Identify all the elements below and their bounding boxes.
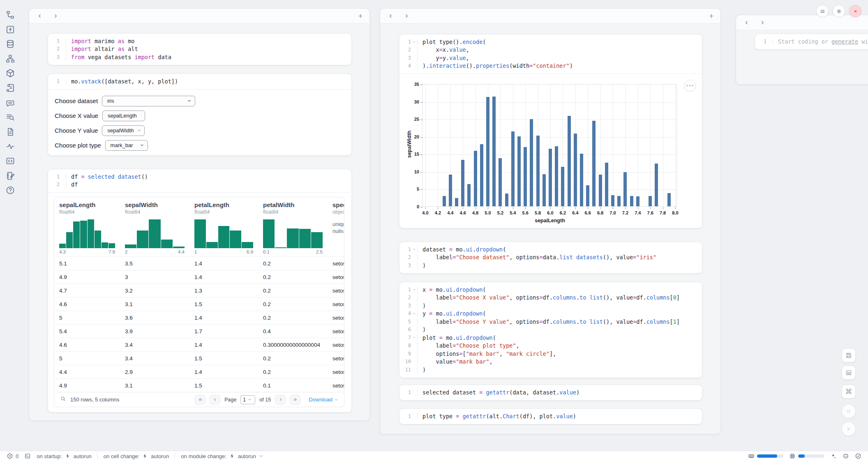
tracing-icon[interactable] — [5, 141, 15, 151]
cell-selected-dataset[interactable]: 1selected_dataset = getattr(data, datase… — [399, 385, 702, 401]
variables-icon[interactable] — [5, 25, 15, 35]
code-line[interactable]: 2 label="Choose X value", options=df.col… — [399, 294, 702, 302]
chart-menu-button[interactable]: ●●● — [684, 80, 696, 91]
next-page-button[interactable] — [275, 395, 286, 405]
choose-dataset-dropdown[interactable]: iris — [102, 96, 195, 106]
column-header-petalWidth[interactable]: petalWidthfloat640.12.5 — [258, 197, 328, 256]
add-cell-icon[interactable] — [356, 12, 365, 20]
menu-button[interactable] — [816, 5, 829, 17]
documentation-icon[interactable] — [5, 83, 15, 93]
code-line[interactable]: 2df — [48, 181, 351, 189]
table-row[interactable]: 4.93.11.50.1setosa — [54, 378, 344, 392]
search-icon[interactable] — [60, 396, 66, 403]
chat-icon[interactable] — [5, 98, 15, 108]
table-row[interactable]: 53.41.50.2setosa — [54, 351, 344, 365]
column-header-sepalLength[interactable]: sepalLengthfloat644.37.9 — [54, 197, 120, 256]
cell-plot[interactable]: 1plot_type().encode(2 x=x.value,3 y=y.va… — [399, 34, 702, 228]
datasources-icon[interactable] — [5, 39, 15, 49]
code-line[interactable]: 1selected_dataset = getattr(data, datase… — [399, 388, 702, 396]
chevron-left-icon[interactable] — [36, 12, 44, 20]
table-row[interactable]: 4.63.11.50.2setosa — [54, 297, 344, 311]
code-line[interactable]: 2import altair as alt — [48, 45, 351, 53]
fold-chevron-icon[interactable] — [411, 288, 417, 291]
on-module-change-setting[interactable]: on module change: autorun — [181, 453, 263, 459]
table-row[interactable]: 4.63.41.40.30000000000000004setosa — [54, 338, 344, 351]
chevron-right-icon[interactable] — [51, 12, 60, 20]
code-line[interactable]: 11) — [399, 366, 702, 374]
table-row[interactable]: 4.73.21.30.2setosa — [54, 284, 344, 297]
chevron-left-icon[interactable] — [743, 18, 751, 27]
table-row[interactable]: 4.42.91.40.2setosa — [54, 365, 344, 378]
code-line[interactable]: 1import marimo as mo — [48, 37, 351, 45]
code-line[interactable]: 1plot_type = getattr(alt.Chart(df), plot… — [399, 412, 702, 420]
table-row[interactable]: 4.931.40.2setosa — [54, 270, 344, 284]
code-line[interactable]: 5 label="Choose Y value", options=df.col… — [399, 318, 702, 326]
outline-icon[interactable] — [5, 127, 15, 137]
code-line[interactable]: 4y = mo.ui.dropdown( — [399, 310, 702, 318]
generate-with-ai-link[interactable]: generate — [831, 38, 858, 45]
stop-circle-button[interactable] — [842, 404, 856, 418]
save-button[interactable] — [842, 348, 856, 362]
download-button[interactable]: Download — [309, 396, 338, 403]
column-header-petalLength[interactable]: petalLengthfloat6416.9 — [189, 197, 258, 256]
ai-assist-button[interactable] — [830, 453, 837, 459]
choose-x-value-dropdown[interactable]: sepalLength — [102, 111, 145, 121]
table-row[interactable]: 53.61.40.2setosa — [54, 311, 344, 324]
table-row[interactable]: 5.43.91.70.4setosa — [54, 324, 344, 338]
code-line[interactable]: 1plot_type().encode( — [399, 38, 702, 46]
code-line[interactable]: 8 label="Choose plot type", — [399, 342, 702, 350]
code-line[interactable]: 1df = selected_dataset() — [48, 173, 351, 181]
add-cell-icon[interactable] — [707, 12, 716, 20]
choose-y-value-dropdown[interactable]: sepalWidth — [102, 125, 145, 136]
column-header-species[interactable]: speciesobjectunique:nulls: — [328, 197, 344, 256]
choose-plot-type-dropdown[interactable]: mark_bar — [105, 140, 148, 151]
code-line[interactable]: 1x = mo.ui.dropdown( — [399, 286, 702, 294]
layout-grid-button[interactable] — [842, 366, 856, 380]
command-button[interactable]: ⌘ — [842, 385, 856, 399]
on-startup-setting[interactable]: on startup: autorun — [37, 453, 92, 459]
logs-icon[interactable] — [5, 112, 15, 122]
chevron-left-icon[interactable] — [387, 12, 395, 20]
code-line[interactable]: 10 value="mark_bar", — [399, 358, 702, 366]
code-line[interactable]: 2 label="Choose dataset", options=data.l… — [399, 254, 702, 262]
fold-chevron-icon[interactable] — [411, 312, 417, 316]
settings-button[interactable] — [833, 5, 845, 17]
code-line[interactable]: 3) — [399, 261, 702, 270]
last-page-button[interactable] — [290, 395, 300, 405]
table-row[interactable]: 5.13.51.40.2setosa — [54, 256, 344, 270]
chevron-right-icon[interactable] — [758, 18, 766, 27]
run-circle-button[interactable] — [842, 422, 856, 436]
cell-dataset-dropdown[interactable]: 1dataset = mo.ui.dropdown(2 label="Choos… — [399, 242, 702, 274]
code-line[interactable]: 6) — [399, 326, 702, 334]
page-select[interactable]: 1 — [240, 395, 255, 404]
prev-page-button[interactable] — [210, 395, 220, 405]
cell-imports[interactable]: 1import marimo as mo2import altair as al… — [48, 33, 352, 65]
code-line[interactable]: 1dataset = mo.ui.dropdown( — [399, 245, 702, 254]
first-page-button[interactable] — [195, 395, 205, 405]
cell-vstack[interactable]: 1mo.vstack([dataset, x, y, plot]) Choose… — [48, 74, 352, 156]
on-cell-change-setting[interactable]: on cell change: autorun — [104, 453, 169, 459]
chevron-right-icon[interactable] — [402, 12, 411, 20]
scratchpad-icon[interactable] — [5, 171, 15, 181]
code-line[interactable]: 1mo.vstack([dataset, x, y, plot]) — [48, 77, 351, 85]
file-explorer-icon[interactable] — [5, 10, 15, 20]
code-line[interactable]: 3) — [399, 302, 702, 310]
shutdown-button[interactable] — [849, 5, 861, 17]
dependencies-icon[interactable] — [5, 54, 15, 64]
error-count-badge[interactable]: 0 — [7, 453, 18, 459]
column-header-sepalWidth[interactable]: sepalWidthfloat6424.4 — [120, 197, 189, 256]
altair-bar-chart[interactable]: 4.04.24.44.64.85.05.25.45.65.86.06.26.46… — [422, 84, 677, 207]
connection-status-button[interactable] — [855, 453, 861, 459]
snippets-icon[interactable] — [5, 156, 15, 166]
code-line[interactable]: 4).interactive().properties(width="conta… — [399, 62, 702, 70]
code-line[interactable]: 3from vega_datasets import data — [48, 53, 351, 61]
code-line[interactable]: 7plot = mo.ui.dropdown( — [399, 334, 702, 342]
code-line[interactable]: 9 options=["mark_bar", "mark_circle"], — [399, 350, 702, 358]
cell-plot-type[interactable]: 1plot_type = getattr(alt.Chart(df), plot… — [399, 408, 702, 424]
cell-xy-plot-dropdowns[interactable]: 1x = mo.ui.dropdown(2 label="Choose X va… — [399, 282, 702, 378]
fold-chevron-icon[interactable] — [411, 336, 417, 339]
copilot-button[interactable] — [843, 453, 849, 459]
code-line[interactable]: 3 y=y.value, — [399, 54, 702, 62]
terminal-button[interactable] — [24, 453, 31, 459]
help-icon[interactable] — [5, 185, 15, 195]
